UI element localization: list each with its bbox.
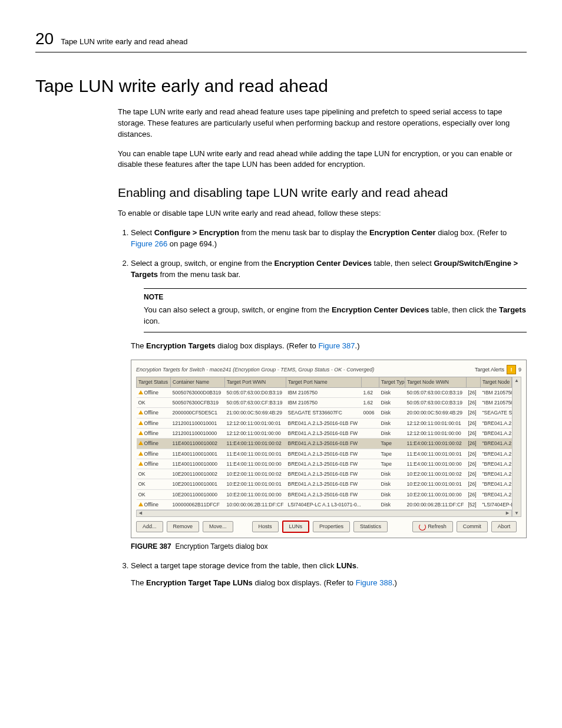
refresh-icon <box>419 523 426 531</box>
statistics-button[interactable]: Statistics <box>353 521 388 532</box>
warning-icon <box>138 431 143 435</box>
move-button[interactable]: Move... <box>203 521 233 532</box>
luns-button[interactable]: LUNs <box>282 521 310 533</box>
table-row[interactable]: Offline11E400110001000211:E4:00:11:00:01… <box>137 439 512 449</box>
warning-icon <box>138 390 143 394</box>
table-row[interactable]: Offline100000062B11DFCF10:00:00:06:2B:11… <box>137 500 512 510</box>
abort-button[interactable]: Abort <box>491 521 517 532</box>
dialog-button-row: Add... Remove Move... Hosts LUNs Propert… <box>136 521 521 533</box>
steps-list: Select Configure > Encryption from the m… <box>118 228 527 588</box>
figure-387: Encryption Targets for Switch - mace241 … <box>131 360 527 552</box>
column-header[interactable] <box>362 377 379 387</box>
note-label: NOTE <box>144 292 527 302</box>
table-row[interactable]: Offline50050763000D0B31950:05:07:63:00:D… <box>137 387 512 397</box>
after-note-text: The Encryption Targets dialog box displa… <box>131 341 527 352</box>
intro-para-2: You can enable tape LUN write early and … <box>118 149 527 171</box>
figure-387-link[interactable]: Figure 387 <box>318 341 355 350</box>
column-header[interactable]: Target Node Name <box>481 377 512 387</box>
table-row[interactable]: OK5005076300CFB31950:05:07:63:00:CF:B3:1… <box>137 397 512 407</box>
horizontal-scrollbar[interactable] <box>136 510 512 517</box>
remove-button[interactable]: Remove <box>167 521 200 532</box>
target-alerts: Target Alerts ! 9 <box>475 365 521 374</box>
subsection-intro: To enable or disable tape LUN write earl… <box>118 208 527 219</box>
alert-icon: ! <box>507 365 516 374</box>
warning-icon <box>138 421 143 425</box>
warning-icon <box>138 502 143 506</box>
page-number: 20 <box>35 29 54 48</box>
dialog-screenshot: Encryption Targets for Switch - mace241 … <box>131 360 527 538</box>
refresh-button[interactable]: Refresh <box>412 521 453 532</box>
table-row[interactable]: OK10E200110001000110:E2:00:11:00:01:00:0… <box>137 479 512 489</box>
warning-icon <box>138 452 143 456</box>
properties-button[interactable]: Properties <box>313 521 350 532</box>
commit-button[interactable]: Commit <box>457 521 488 532</box>
table-row[interactable]: Offline11E400110001000011:E4:00:11:00:01… <box>137 459 512 469</box>
figure-caption: FIGURE 387 Encryption Targets dialog box <box>131 542 527 552</box>
note-text: You can also select a group, switch, or … <box>144 305 527 327</box>
note-block: NOTE You can also select a group, switch… <box>144 288 527 332</box>
table-row[interactable]: Offline2000000CF5DE5C121:00:00:0C:50:69:… <box>137 408 512 418</box>
table-row[interactable]: OK10E200110001000010:E2:00:11:00:01:00:0… <box>137 489 512 499</box>
column-header[interactable]: Target Port Name <box>286 377 362 387</box>
add-button[interactable]: Add... <box>136 521 163 532</box>
step-2: Select a group, switch, or engine from t… <box>131 258 527 552</box>
table-row[interactable]: Offline11E400110001000111:E4:00:11:00:01… <box>137 449 512 459</box>
table-row[interactable]: OK10E200110001000210:E2:00:11:00:01:00:0… <box>137 469 512 479</box>
intro-para-1: The tape LUN write early and read ahead … <box>118 107 527 140</box>
column-header[interactable]: Target Type <box>379 377 405 387</box>
column-header[interactable]: Container Name <box>171 377 225 387</box>
table-row[interactable]: Offline121200110001000012:12:00:11:00:01… <box>137 428 512 438</box>
vertical-scrollbar[interactable]: ▲▼ <box>512 377 521 517</box>
column-header[interactable]: Target Node WWN <box>405 377 467 387</box>
figure-266-link[interactable]: Figure 266 <box>131 239 167 248</box>
column-header[interactable]: Target Port WWN <box>225 377 286 387</box>
column-header[interactable]: Target Status <box>137 377 171 387</box>
hosts-button[interactable]: Hosts <box>252 521 279 532</box>
dialog-title: Encryption Targets for Switch - mace241 … <box>136 366 374 374</box>
step-1: Select Configure > Encryption from the m… <box>131 228 527 250</box>
warning-icon <box>138 441 143 445</box>
step-3: Select a target tape storage device from… <box>131 561 527 589</box>
page-header: 20 Tape LUN write early and read ahead <box>35 29 527 52</box>
warning-icon <box>138 410 143 414</box>
table-row[interactable]: Offline121200110001000112:12:00:11:00:01… <box>137 418 512 428</box>
column-header[interactable] <box>467 377 481 387</box>
figure-388-link[interactable]: Figure 388 <box>356 578 392 587</box>
section-title: Tape LUN write early and read ahead <box>35 76 527 96</box>
running-title: Tape LUN write early and read ahead <box>61 37 187 46</box>
targets-table[interactable]: Target StatusContainer NameTarget Port W… <box>136 377 512 510</box>
warning-icon <box>138 462 143 466</box>
subsection-title: Enabling and disabling tape LUN write ea… <box>118 186 527 200</box>
